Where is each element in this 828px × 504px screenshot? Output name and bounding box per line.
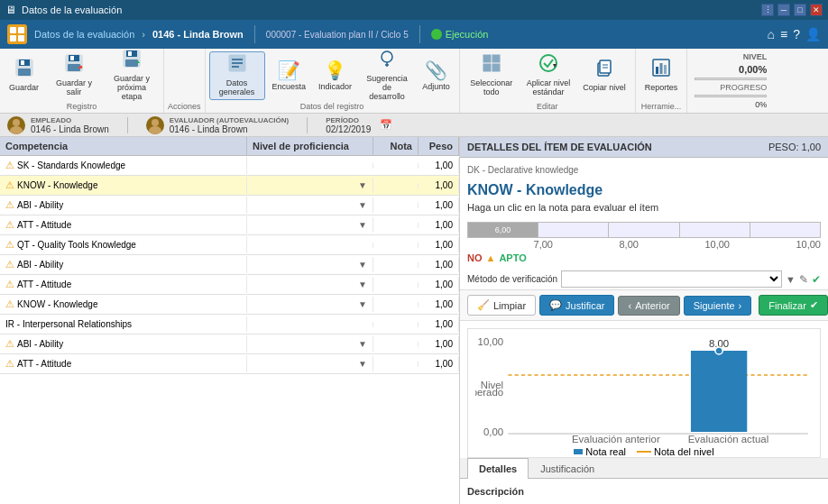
metodo-select[interactable] xyxy=(561,270,782,288)
svg-rect-2 xyxy=(10,35,16,41)
title-menu-btn[interactable]: ⋮ xyxy=(761,4,774,16)
siguiente-button[interactable]: Siguiente › xyxy=(684,296,752,316)
table-row[interactable]: ⚠QT - Quality Tools Knowledge1,00 xyxy=(0,235,459,255)
warn-icon: ⚠ xyxy=(5,279,14,289)
table-row[interactable]: ⚠KNOW - Knowledge▼1,00 xyxy=(0,176,459,196)
limpiar-button[interactable]: 🧹 Limpiar xyxy=(467,295,536,316)
svg-rect-37 xyxy=(656,67,658,74)
desc-label: Descripción xyxy=(467,486,524,497)
item-code: DK - Declarative knowledge xyxy=(467,165,821,175)
nivel-cell[interactable]: ▼ xyxy=(247,356,373,371)
title-maximize-btn[interactable]: □ xyxy=(794,4,806,16)
nivel-cell[interactable]: ▼ xyxy=(247,277,373,292)
evaluator-avatar xyxy=(146,116,164,134)
legend-nota-real-label: Nota real xyxy=(585,446,626,457)
nivel-dropdown-arrow[interactable]: ▼ xyxy=(358,339,367,349)
tab-justificacion[interactable]: Justificación xyxy=(529,458,606,479)
table-row[interactable]: ⚠ATT - Attitude▼1,00 xyxy=(0,215,459,235)
justificar-button[interactable]: 💬 Justificar xyxy=(539,295,614,316)
tab-detalles[interactable]: Detalles xyxy=(467,458,529,479)
scale-seg-2[interactable] xyxy=(538,223,609,237)
guardar-button[interactable]: Guardar xyxy=(4,51,44,100)
nivel-dropdown-arrow[interactable]: ▼ xyxy=(358,260,367,270)
guardar-salir-button[interactable]: Guardar y salir xyxy=(46,51,102,100)
nav-home-icon[interactable]: ⌂ xyxy=(768,27,775,41)
reportes-button[interactable]: Reportes xyxy=(639,51,684,100)
svg-rect-38 xyxy=(659,63,662,74)
left-panel: Competencia Nivel de proficiencia Nota P… xyxy=(0,137,460,504)
apto-label: APTO xyxy=(499,252,526,263)
table-row[interactable]: ⚠ATT - Attitude▼1,00 xyxy=(0,275,459,295)
sugerencia-button[interactable]: Sugerencia de desarrollo xyxy=(359,51,415,100)
svg-point-43 xyxy=(149,126,161,134)
warn-icon: ⚠ xyxy=(5,219,14,230)
right-panel: DETALLES DEL ÍTEM DE EVALUACIÓN PESO: 1,… xyxy=(460,137,828,504)
calendario-icon[interactable]: 📅 xyxy=(380,119,392,131)
table-row[interactable]: ⚠KNOW - Knowledge▼1,00 xyxy=(0,295,459,315)
encuesta-button[interactable]: 📝 Encuesta xyxy=(267,51,312,100)
nivel-dropdown-arrow[interactable]: ▼ xyxy=(358,359,367,369)
table-row[interactable]: ⚠ATT - Attitude▼1,00 xyxy=(0,354,459,374)
peso-cell: 1,00 xyxy=(419,277,459,292)
table-row[interactable]: ⚠SK - Standards Knowledge1,00 xyxy=(0,156,459,176)
warn-icon: ⚠ xyxy=(5,160,14,170)
nota-cell xyxy=(373,163,419,169)
breadcrumb-home[interactable]: Datos de la evaluación xyxy=(34,29,134,40)
table-row[interactable]: ⚠ABI - Ability▼1,00 xyxy=(0,196,459,215)
legend-nota-real: Nota real xyxy=(574,446,626,457)
nivel-dropdown-arrow[interactable]: ▼ xyxy=(358,279,367,289)
metodo-dropdown-icon[interactable]: ▼ xyxy=(786,274,796,285)
peso-cell: 1,00 xyxy=(419,336,459,352)
nav-user-icon[interactable]: 👤 xyxy=(805,27,821,41)
scale-seg-5[interactable] xyxy=(750,223,820,237)
adjunto-button[interactable]: 📎 Adjunto xyxy=(417,51,455,100)
guardar-proxima-label: Guardar y próxima etapa xyxy=(109,75,154,102)
table-row[interactable]: ⚠ABI - Ability▼1,00 xyxy=(0,334,459,354)
scale-label-10a: 10,00 xyxy=(704,239,730,250)
copiar-nivel-button[interactable]: Copiar nivel xyxy=(577,51,631,100)
nivel-cell[interactable] xyxy=(247,322,373,327)
employee-bar: EMPLEADO 0146 - Linda Brown EVALUADOR (A… xyxy=(0,114,828,137)
scale-seg-1[interactable]: 6,00 xyxy=(468,223,538,237)
nivel-cell[interactable]: ▼ xyxy=(247,336,373,352)
title-close-btn[interactable]: ✕ xyxy=(810,4,823,16)
table-row[interactable]: IR - Interpersonal Relationships1,00 xyxy=(0,315,459,334)
legend-nota-real-icon xyxy=(574,449,583,454)
finalizar-button[interactable]: Finalizar ✔ xyxy=(759,295,828,316)
nivel-dropdown-arrow[interactable]: ▼ xyxy=(358,299,367,309)
evaluator-label: EVALUADOR (AUTOEVALUACIÓN) xyxy=(170,116,289,124)
seleccionar-todo-button[interactable]: Seleccionar todo xyxy=(464,51,520,100)
encuesta-label: Encuesta xyxy=(272,83,307,92)
svg-point-51 xyxy=(715,347,722,354)
svg-point-23 xyxy=(382,51,392,62)
nivel-dropdown-arrow[interactable]: ▼ xyxy=(358,220,367,230)
metodo-check-icon[interactable]: ✔ xyxy=(812,273,821,286)
nivel-cell[interactable]: ▼ xyxy=(247,257,373,272)
indicador-button[interactable]: 💡 Indicador xyxy=(313,51,357,100)
svg-rect-6 xyxy=(21,60,24,65)
nivel-cell[interactable]: ▼ xyxy=(247,197,373,213)
nivel-cell[interactable] xyxy=(247,243,373,248)
anterior-button[interactable]: ‹ Anterior xyxy=(618,296,679,316)
metodo-edit-icon[interactable]: ✎ xyxy=(799,273,808,286)
nivel-dropdown-arrow[interactable]: ▼ xyxy=(358,180,367,190)
nivel-dropdown-arrow[interactable]: ▼ xyxy=(358,200,367,210)
nivel-cell[interactable]: ▼ xyxy=(247,297,373,312)
nav-list-icon[interactable]: ≡ xyxy=(780,27,787,41)
nav-help-icon[interactable]: ? xyxy=(793,27,800,41)
nota-cell xyxy=(373,362,419,367)
nivel-cell[interactable]: ▼ xyxy=(247,178,373,193)
guardar-proxima-button[interactable]: Guardar y próxima etapa xyxy=(104,51,160,100)
scale-seg-3[interactable] xyxy=(609,223,679,237)
aplicar-nivel-button[interactable]: Aplicar nivel estándar xyxy=(521,51,576,100)
datos-generales-button[interactable]: Datos generales xyxy=(209,51,265,100)
svg-rect-16 xyxy=(128,51,132,56)
scale-seg-4[interactable] xyxy=(680,223,750,237)
scale-bar[interactable]: 6,00 xyxy=(467,222,821,238)
nivel-cell[interactable] xyxy=(247,163,373,169)
warn-icon: ⚠ xyxy=(5,179,14,190)
nota-cell xyxy=(373,243,419,248)
table-row[interactable]: ⚠ABI - Ability▼1,00 xyxy=(0,255,459,275)
title-minimize-btn[interactable]: ─ xyxy=(777,4,790,16)
nivel-cell[interactable]: ▼ xyxy=(247,217,373,233)
